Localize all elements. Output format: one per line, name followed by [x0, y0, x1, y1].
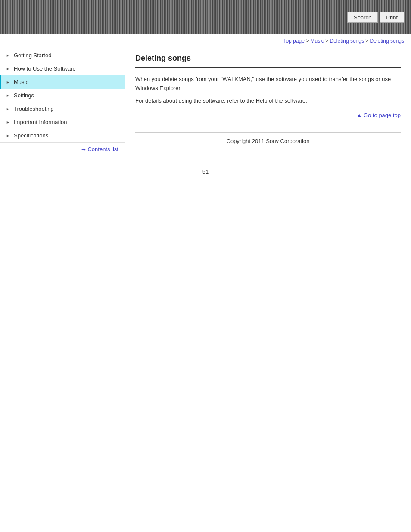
page-title-section: Deleting songs — [135, 54, 401, 68]
breadcrumb-top-page[interactable]: Top page — [283, 38, 304, 44]
breadcrumb-deleting-songs-2[interactable]: Deleting songs — [370, 38, 404, 44]
main-layout: ► Getting Started ► How to Use the Softw… — [0, 47, 411, 160]
contents-list-label: Contents list — [87, 146, 118, 152]
sidebar-item-how-to-use[interactable]: ► How to Use the Software — [0, 62, 125, 75]
page-number: 51 — [0, 160, 411, 184]
arrow-icon-getting-started: ► — [6, 53, 11, 58]
sidebar-item-specifications[interactable]: ► Specifications — [0, 129, 125, 142]
arrow-icon-settings: ► — [6, 93, 11, 98]
sidebar-label-specifications: Specifications — [14, 132, 48, 139]
go-to-top: ▲ Go to page top — [135, 112, 401, 118]
copyright-text: Copyright 2011 Sony Corporation — [227, 138, 310, 144]
content-paragraph-2: For details about using the software, re… — [135, 96, 401, 106]
sidebar-label-important-info: Important Information — [14, 119, 67, 125]
footer: Copyright 2011 Sony Corporation — [135, 133, 401, 149]
page-number-value: 51 — [202, 168, 209, 175]
sidebar-label-troubleshooting: Troubleshooting — [14, 106, 54, 112]
breadcrumb-deleting-songs-1[interactable]: Deleting songs — [330, 38, 364, 44]
sidebar-item-important-info[interactable]: ► Important Information — [0, 115, 125, 129]
sidebar: ► Getting Started ► How to Use the Softw… — [0, 47, 125, 160]
breadcrumb-sep3: > — [365, 38, 370, 44]
sidebar-label-music: Music — [14, 79, 28, 85]
page-title: Deleting songs — [135, 54, 401, 63]
sidebar-item-troubleshooting[interactable]: ► Troubleshooting — [0, 102, 125, 115]
breadcrumb-music[interactable]: Music — [311, 38, 324, 44]
breadcrumb: Top page > Music > Deleting songs > Dele… — [0, 34, 411, 47]
contents-list-link[interactable]: ➔ Contents list — [81, 146, 118, 152]
arrow-icon-how-to-use: ► — [6, 67, 11, 71]
content-area: Deleting songs When you delete songs fro… — [125, 47, 411, 160]
contents-list-arrow-icon: ➔ — [81, 146, 86, 152]
header-buttons: Search Print — [347, 12, 404, 23]
sidebar-item-settings[interactable]: ► Settings — [0, 89, 125, 102]
arrow-icon-specifications: ► — [6, 134, 11, 138]
header: Search Print — [0, 0, 411, 34]
print-button[interactable]: Print — [380, 12, 404, 23]
breadcrumb-sep2: > — [325, 38, 330, 44]
arrow-icon-troubleshooting: ► — [6, 107, 11, 111]
breadcrumb-sep1: > — [306, 38, 310, 44]
go-to-top-label: Go to page top — [364, 112, 401, 118]
arrow-icon-important-info: ► — [6, 120, 11, 124]
content-paragraph-1: When you delete songs from your "WALKMAN… — [135, 75, 401, 93]
sidebar-item-getting-started[interactable]: ► Getting Started — [0, 49, 125, 62]
contents-list-row: ➔ Contents list — [0, 142, 125, 156]
search-button[interactable]: Search — [347, 12, 378, 23]
sidebar-item-music[interactable]: ► Music — [0, 75, 125, 89]
go-to-top-link[interactable]: ▲ Go to page top — [357, 112, 401, 118]
sidebar-label-settings: Settings — [14, 92, 34, 99]
arrow-icon-music: ► — [6, 80, 11, 84]
sidebar-label-how-to-use: How to Use the Software — [14, 65, 76, 72]
triangle-up-icon: ▲ — [357, 112, 364, 118]
sidebar-label-getting-started: Getting Started — [14, 52, 51, 59]
